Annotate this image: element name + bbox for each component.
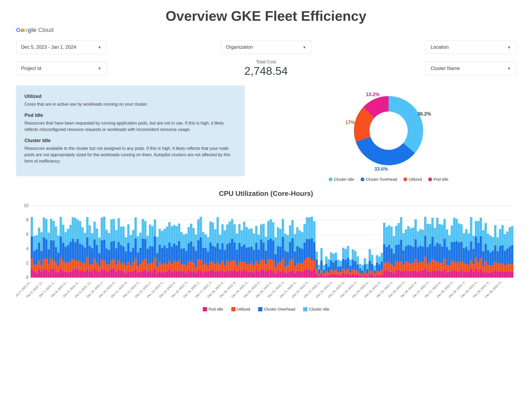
bar-segment (243, 270, 245, 278)
bar-segment (48, 273, 50, 278)
organization-filter[interactable]: Organization ▼ (221, 40, 311, 54)
bar-segment (313, 221, 315, 242)
bar-segment (340, 261, 342, 266)
bar-segment (255, 226, 258, 243)
bar-segment (229, 271, 231, 278)
project-id-filter[interactable]: Project Id ▼ (16, 62, 106, 75)
bar-segment (405, 262, 407, 270)
bar-segment (248, 272, 250, 278)
bar-segment (299, 248, 301, 263)
bar-segment (294, 273, 296, 278)
bar-segment (456, 219, 458, 241)
bar-segment (306, 239, 308, 257)
bar-segment (506, 249, 509, 263)
bar-segment (323, 265, 325, 270)
bar-segment (219, 264, 221, 271)
bar-segment (168, 269, 171, 278)
bar-segment (262, 260, 265, 270)
bar-segment (118, 218, 120, 242)
bar-segment (171, 247, 173, 264)
cluster-name-filter[interactable]: Cluster Name ▼ (426, 62, 516, 75)
bar-segment (31, 269, 33, 278)
bar-segment (55, 263, 57, 271)
bar-segment (248, 229, 250, 247)
bar-segment (313, 242, 315, 260)
bar-segment (369, 261, 371, 270)
bar-segment (402, 233, 405, 250)
bar-segment (299, 263, 301, 271)
location-filter[interactable]: Location ▼ (426, 40, 516, 54)
bar-segment (287, 235, 289, 252)
date-range-filter[interactable]: Dec 5, 2023 - Jan 1, 2024 ▼ (16, 40, 106, 54)
bar-segment (366, 269, 369, 274)
bar-segment (320, 270, 323, 274)
bar-segment (38, 242, 40, 260)
bar-segment (325, 257, 328, 264)
bar-segment (241, 271, 243, 278)
bar-segment (236, 233, 238, 250)
bar-segment (429, 224, 431, 244)
total-cost-box: Total Cost 2,748.54 (117, 59, 415, 77)
bar-segment (265, 237, 267, 250)
bar-segment (463, 233, 465, 248)
bar-segment (122, 263, 125, 272)
bar-segment (93, 269, 96, 278)
bar-segment (64, 232, 67, 247)
bar-segment (436, 218, 439, 243)
bar-segment (398, 262, 400, 270)
bar-segment (410, 271, 412, 278)
bar-segment (270, 219, 272, 238)
bar-segment (175, 245, 178, 262)
bar-segment (284, 251, 287, 267)
bar-segment (330, 274, 332, 278)
bar-segment (489, 273, 492, 278)
bar-segment (407, 262, 410, 271)
bar-segment (446, 247, 448, 265)
bar-segment (173, 270, 175, 278)
bar-segment (188, 262, 190, 270)
bar-segment (373, 274, 376, 276)
bar-segment (168, 242, 171, 261)
bar-segment (207, 251, 209, 266)
bar-segment (122, 246, 125, 263)
bar-segment (443, 269, 446, 278)
bar-segment (159, 271, 161, 278)
bar-segment (105, 249, 108, 265)
bar-segment (96, 229, 98, 245)
bar-segment (393, 266, 395, 273)
bar-segment (79, 244, 81, 262)
bar-segment (443, 258, 446, 269)
bar-segment (171, 264, 173, 272)
bar-segment (494, 225, 497, 245)
bar-segment (388, 263, 390, 272)
bar-segment (340, 275, 342, 278)
bar-segment (192, 228, 195, 246)
project-id-arrow-icon: ▼ (98, 66, 101, 71)
bar-segment (465, 247, 468, 264)
bar-segment (400, 262, 402, 271)
bar-segment (142, 260, 144, 271)
bar-segment (86, 257, 89, 269)
bar-segment (229, 262, 231, 271)
donut-legend-item: Cluster Overhead (361, 177, 397, 182)
bar-segment (429, 262, 431, 272)
bar-segment (484, 271, 487, 278)
bar-segment (357, 275, 359, 278)
bar-segment (354, 274, 357, 278)
bar-segment (482, 230, 484, 251)
bar-segment (308, 239, 311, 258)
bar-segment (64, 247, 67, 263)
bar-segment (487, 273, 489, 278)
bar-segment (204, 263, 207, 271)
bar-segment (265, 271, 267, 278)
bar-segment (395, 245, 398, 261)
bar-segment (35, 265, 38, 273)
bar-segment (38, 270, 40, 278)
bar-segment (431, 237, 434, 259)
bar-segment (159, 262, 161, 271)
bar-segment (509, 227, 511, 246)
bar-segment (306, 269, 308, 278)
organization-arrow-icon: ▼ (303, 45, 306, 50)
bar-segment (139, 264, 142, 271)
bar-segment (207, 271, 209, 278)
